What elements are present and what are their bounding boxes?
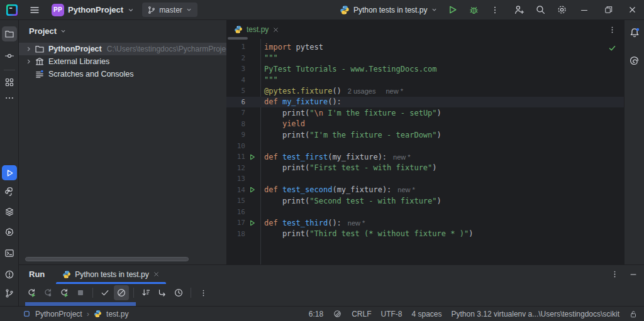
tree-item-label: External Libraries [48, 57, 109, 66]
inlay-hint[interactable]: new * [397, 186, 415, 193]
inlay-hint[interactable]: 2 usages [348, 87, 376, 95]
chevron-right-icon[interactable] [24, 58, 34, 65]
tool-strip-more-button[interactable] [2, 90, 17, 106]
code-line-16[interactable]: 16 [226, 207, 624, 218]
tree-item-pythonproject[interactable]: PythonProjectC:\Users\testingdocs\Pychar… [19, 43, 226, 55]
run-button[interactable] [443, 0, 462, 19]
run-tab[interactable]: Python tests in test.py [56, 265, 165, 283]
tool-strip-run-anything-button[interactable] [2, 225, 17, 240]
branch-widget[interactable]: master [142, 3, 197, 17]
lock-open-icon[interactable] [629, 310, 638, 318]
code-editor[interactable]: 1import pytest2"""3PyTest Tutorials - ww… [226, 39, 624, 264]
tree-item-external-libraries[interactable]: External Libraries [19, 55, 226, 68]
code-line-11[interactable]: 11def test_first(my_fixture):new * [226, 151, 624, 163]
rerun-failed-button[interactable] [40, 285, 55, 300]
tool-strip-terminal-button[interactable] [2, 246, 17, 261]
inlay-hint[interactable]: new * [386, 87, 403, 95]
inlay-hint[interactable]: new * [348, 219, 365, 227]
interpreter-widget[interactable]: Python 3.12 virtualenv a...\Users\testin… [452, 310, 619, 318]
code-line-4[interactable]: 4""" [226, 75, 624, 86]
stop-button[interactable] [73, 285, 88, 300]
code-line-6[interactable]: 6def my_fixture(): [226, 97, 624, 108]
rerun-button[interactable] [24, 285, 39, 300]
code-line-8[interactable]: 8 yield [226, 119, 624, 130]
services-icon [4, 207, 14, 217]
code-line-9[interactable]: 9 print("I'm the fixture - tearDown") [226, 129, 624, 141]
editor-tab-bar: test.py [226, 20, 624, 39]
run-config-selector[interactable]: Python tests in test.py [340, 5, 440, 15]
tool-strip-run-button[interactable] [2, 165, 17, 180]
chevron-right-icon[interactable] [24, 45, 34, 53]
tool-strip-structure-button[interactable] [2, 75, 17, 90]
more-icon [4, 93, 14, 103]
show-duration-button[interactable] [171, 285, 186, 300]
code-line-12[interactable]: 12 print("First test - with fixture") [226, 163, 624, 174]
tab-close-icon[interactable] [153, 271, 160, 278]
editor-options-button[interactable] [608, 20, 616, 39]
branch-name: master [159, 6, 182, 14]
run-test-button[interactable] [247, 185, 258, 195]
bell-icon [629, 27, 640, 38]
line-separator-widget[interactable]: CRLF [352, 310, 371, 318]
gutter-slot [247, 119, 258, 129]
hide-panel-button[interactable] [629, 270, 638, 279]
tool-strip-services-button[interactable] [2, 204, 17, 219]
tool-strip-version-control-button[interactable] [2, 286, 17, 301]
code-line-18[interactable]: 18 print("Third test (* without fixture … [226, 229, 624, 240]
code-line-10[interactable]: 10 [226, 141, 624, 152]
code-with-me-button[interactable] [508, 0, 530, 19]
code-line-3[interactable]: 3PyTest Tutorials - www.TestingDocs.com [226, 63, 624, 75]
code-line-2[interactable]: 2""" [226, 53, 624, 64]
project-widget[interactable]: PP PythonProject [52, 4, 135, 16]
code-line-15[interactable]: 15 print("Second test - with fixture") [226, 195, 624, 207]
debug-button[interactable] [464, 0, 483, 19]
more-run-options-button[interactable] [486, 0, 504, 19]
code-line-7[interactable]: 7 print("\n I'm the fixture - setUp") [226, 107, 624, 119]
horizontal-scrollbar[interactable] [25, 257, 189, 261]
tool-strip-project-button[interactable] [2, 26, 17, 41]
more-button[interactable] [196, 285, 211, 300]
main-menu-button[interactable] [25, 0, 44, 19]
code-line-14[interactable]: 14def test_second(my_fixture):new * [226, 185, 624, 196]
search-everywhere-button[interactable] [530, 0, 551, 19]
gutter-slot [247, 85, 258, 96]
settings-button[interactable] [551, 0, 572, 19]
editor-tab-testpy[interactable]: test.py [226, 20, 283, 39]
tree-item-path: C:\Users\testingdocs\PycharmProjects\Py [107, 45, 226, 53]
run-test-button[interactable] [247, 217, 258, 228]
encoding-widget[interactable]: UTF-8 [381, 310, 402, 318]
cursor-position-widget[interactable]: 6:18 [309, 310, 323, 318]
rerun-icon [26, 288, 36, 298]
code-line-17[interactable]: 17def test_third():new * [226, 217, 624, 229]
code-line-1[interactable]: 1import pytest [226, 41, 624, 53]
breadcrumb-file[interactable]: test.py [106, 310, 128, 318]
navigate-button[interactable] [155, 285, 170, 300]
run-test-button[interactable] [247, 151, 258, 162]
tool-strip-problems-button[interactable] [2, 267, 17, 282]
tool-strip-commit-button[interactable] [2, 48, 17, 63]
highlighting-level-icon[interactable] [333, 309, 342, 318]
close-button[interactable] [620, 0, 644, 19]
restore-button[interactable] [596, 0, 620, 19]
inlay-hint[interactable]: new * [393, 153, 411, 161]
ai-assistant-button[interactable] [627, 53, 642, 68]
tree-item-scratches-and-consoles[interactable]: Scratches and Consoles [19, 68, 226, 80]
show-passed-button[interactable] [97, 285, 113, 300]
project-tree: PythonProjectC:\Users\testingdocs\Pychar… [19, 43, 226, 80]
kebab-icon [608, 26, 616, 34]
sort-by-duration-button[interactable] [138, 285, 153, 300]
minimize-button[interactable] [572, 0, 596, 19]
indent-widget[interactable]: 4 spaces [412, 310, 442, 318]
notifications-button[interactable] [627, 25, 642, 40]
run-panel-options-button[interactable] [611, 270, 619, 278]
rerun-auto-button[interactable] [57, 285, 72, 300]
tool-strip-python-console-button[interactable] [2, 184, 17, 199]
breadcrumb-project[interactable]: PythonProject [35, 310, 82, 318]
tab-close-icon[interactable] [272, 26, 279, 33]
line-number: 12 [226, 164, 245, 172]
project-panel-header[interactable]: Project [19, 20, 226, 41]
show-ignored-button[interactable] [114, 285, 129, 300]
sort-by-duration-icon [141, 288, 151, 298]
code-line-13[interactable]: 13 [226, 173, 624, 185]
code-line-5[interactable]: 5@pytest.fixture()2 usagesnew * [226, 85, 624, 97]
